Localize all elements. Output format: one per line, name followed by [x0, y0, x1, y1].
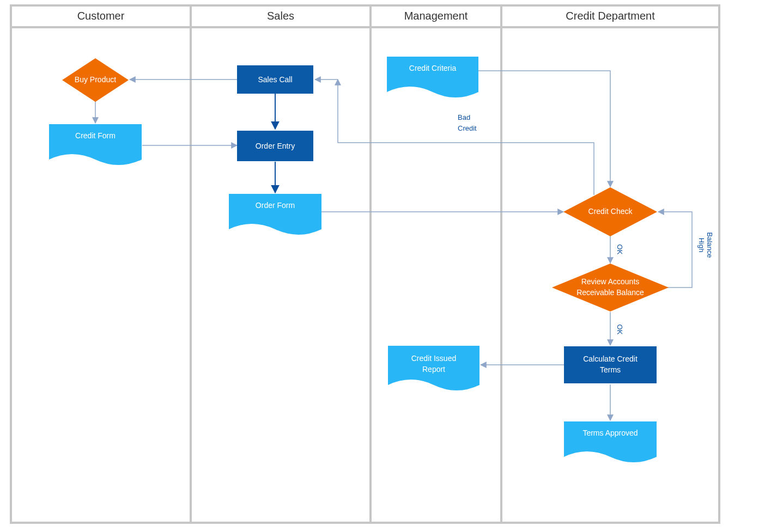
node-credit-form-label: Credit Form	[75, 131, 116, 140]
node-buy-product: Buy Product	[62, 58, 129, 102]
edge-label-ok1: OK	[616, 244, 624, 255]
node-sales-call-label: Sales Call	[258, 75, 292, 84]
node-credit-check: Credit Check	[563, 187, 657, 236]
swimlane-flowchart: Customer Sales Management Credit Departm…	[0, 0, 783, 532]
edge-label-ok2: OK	[616, 325, 624, 335]
edge-label-balance: Balance	[706, 233, 714, 258]
edge-creditcriteria-creditcheck	[478, 71, 610, 187]
node-calc-credit-terms-label1: Calculate Credit	[583, 354, 638, 363]
node-terms-approved-label: Terms Approved	[582, 429, 638, 437]
node-credit-issued-report-label2: Report	[422, 365, 445, 374]
node-order-entry: Order Entry	[237, 131, 313, 161]
node-credit-check-label: Credit Check	[588, 207, 633, 216]
node-sales-call: Sales Call	[237, 65, 313, 94]
edge-label-credit: Credit	[458, 124, 477, 132]
node-credit-issued-report-label1: Credit Issued	[411, 354, 456, 363]
svg-rect-3	[191, 27, 371, 523]
node-order-form-label: Order Form	[256, 201, 295, 210]
node-buy-product-label: Buy Product	[75, 75, 116, 84]
edge-label-high: High	[697, 238, 706, 253]
svg-rect-5	[371, 27, 501, 523]
node-calc-credit-terms: Calculate Credit Terms	[564, 346, 657, 383]
node-terms-approved: Terms Approved	[564, 421, 657, 462]
edge-review-creditcheck-highbalance	[658, 212, 692, 288]
node-review-accounts-label1: Review Accounts	[581, 277, 640, 286]
lane-header-customer: Customer	[77, 10, 125, 22]
node-credit-criteria-label: Credit Criteria	[409, 64, 457, 72]
node-credit-issued-report: Credit Issued Report	[388, 346, 479, 390]
lane-header-management: Management	[404, 10, 468, 22]
node-credit-form: Credit Form	[49, 124, 142, 165]
lane-header-sales: Sales	[267, 10, 294, 22]
node-review-accounts: Review Accounts Receivable Balance	[552, 264, 669, 311]
edge-label-bad: Bad	[458, 113, 470, 121]
node-credit-criteria: Credit Criteria	[387, 57, 478, 97]
lane-header-credit: Credit Department	[566, 10, 655, 22]
node-order-entry-label: Order Entry	[256, 142, 295, 150]
node-calc-credit-terms-label2: Terms	[600, 365, 621, 374]
node-order-form: Order Form	[229, 194, 321, 235]
edge-creditcheck-salescall-badcredit	[338, 80, 594, 195]
node-review-accounts-label2: Receivable Balance	[576, 288, 644, 297]
svg-rect-1	[11, 27, 191, 523]
